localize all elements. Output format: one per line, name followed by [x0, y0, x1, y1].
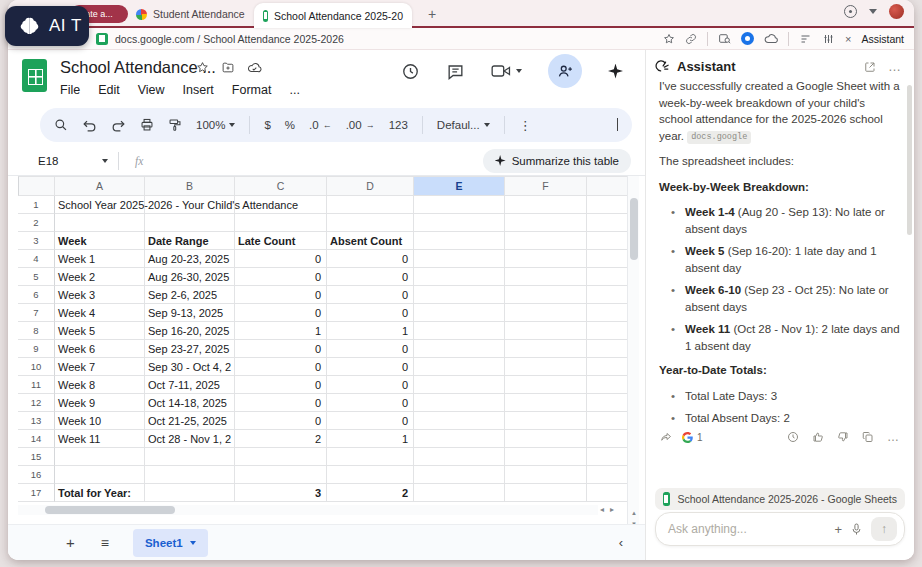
share-response-icon[interactable]: [660, 431, 673, 443]
sidebar-more-icon[interactable]: …: [888, 59, 902, 74]
row-header-4[interactable]: 4: [18, 250, 55, 268]
horizontal-scrollbar[interactable]: [18, 505, 598, 515]
collapse-panel-chevron[interactable]: ‹: [619, 535, 623, 550]
cell-E1[interactable]: [414, 196, 505, 214]
cell-F16[interactable]: [505, 466, 587, 484]
cell-C6[interactable]: 0: [235, 286, 327, 304]
row-header-10[interactable]: 10: [18, 358, 55, 376]
attach-plus-icon[interactable]: +: [834, 522, 842, 537]
search-icon[interactable]: [54, 118, 68, 132]
cell-F12[interactable]: [505, 394, 587, 412]
column-header-C[interactable]: C: [235, 176, 327, 196]
cell-B7[interactable]: Sep 9-13, 2025: [145, 304, 235, 322]
vertical-scroll-thumb[interactable]: [630, 198, 638, 260]
cell-E2[interactable]: [414, 214, 505, 232]
select-all-corner[interactable]: [18, 176, 55, 196]
row-header-12[interactable]: 12: [18, 394, 55, 412]
menu-view[interactable]: View: [138, 83, 165, 97]
google-sources-badge[interactable]: 1: [682, 432, 703, 443]
cell-F11[interactable]: [505, 376, 587, 394]
side-panel-tune-icon[interactable]: [822, 33, 835, 45]
cell-F5[interactable]: [505, 268, 587, 286]
column-header-E[interactable]: E: [414, 176, 505, 196]
menu-file[interactable]: File: [60, 83, 80, 97]
cell-F7[interactable]: [505, 304, 587, 322]
cell-F4[interactable]: [505, 250, 587, 268]
cell-C11[interactable]: 0: [235, 376, 327, 394]
cell-E10[interactable]: [414, 358, 505, 376]
new-tab-button[interactable]: +: [422, 4, 442, 24]
browser-settings-icon[interactable]: [844, 5, 857, 18]
column-header-D[interactable]: D: [327, 176, 414, 196]
reading-list-icon[interactable]: [799, 33, 812, 45]
cloud-download-icon[interactable]: [764, 33, 778, 45]
cell-F1[interactable]: [505, 196, 587, 214]
row-header-14[interactable]: 14: [18, 430, 55, 448]
cell-B17[interactable]: [145, 484, 235, 502]
cell-D9[interactable]: 0: [327, 340, 414, 358]
all-sheets-menu-icon[interactable]: ≡: [101, 535, 109, 551]
cell-B15[interactable]: [145, 448, 235, 466]
cell-D2[interactable]: [327, 214, 414, 232]
cell-E12[interactable]: [414, 394, 505, 412]
row-header-5[interactable]: 5: [18, 268, 55, 286]
horizontal-scroll-thumb[interactable]: [45, 506, 175, 514]
google-sheets-logo[interactable]: [22, 59, 47, 92]
cell-A10[interactable]: Week 7: [55, 358, 145, 376]
open-external-icon[interactable]: [864, 61, 876, 73]
tab-school-attendance[interactable]: School Attendance 2025-20: [254, 3, 412, 28]
row-header-16[interactable]: 16: [18, 466, 55, 484]
document-title[interactable]: School Attendance ...: [60, 58, 216, 77]
cell-E6[interactable]: [414, 286, 505, 304]
column-header-A[interactable]: A: [55, 176, 145, 196]
source-chip[interactable]: docs.google: [687, 131, 751, 144]
horizontal-scroll-arrows[interactable]: ◂▸: [600, 505, 614, 514]
print-icon[interactable]: [140, 118, 154, 132]
cell-F2[interactable]: [505, 214, 587, 232]
paint-format-icon[interactable]: [168, 118, 182, 132]
sheet-tab-caret[interactable]: [190, 541, 196, 545]
cell-C10[interactable]: 0: [235, 358, 327, 376]
summarize-table-button[interactable]: Summarize this table: [483, 149, 631, 173]
menu-insert[interactable]: Insert: [183, 83, 214, 97]
tab-search-icon[interactable]: [718, 32, 731, 45]
menu-format[interactable]: Format: [232, 83, 272, 97]
cell-B4[interactable]: Aug 20-23, 2025: [145, 250, 235, 268]
cell-A15[interactable]: [55, 448, 145, 466]
cell-B14[interactable]: Oct 28 - Nov 1, 2: [145, 430, 235, 448]
share-link-icon[interactable]: [685, 33, 697, 45]
row-header-15[interactable]: 15: [18, 448, 55, 466]
cell-B12[interactable]: Oct 14-18, 2025: [145, 394, 235, 412]
cell-D17[interactable]: 2: [327, 484, 414, 502]
percent-format-button[interactable]: %: [285, 119, 295, 131]
close-assistant-icon[interactable]: ×: [845, 33, 851, 45]
tab-student-attendance[interactable]: Student Attendance: [136, 4, 245, 24]
cell-A11[interactable]: Week 8: [55, 376, 145, 394]
gemini-spark-icon[interactable]: [608, 64, 623, 79]
profile-avatar[interactable]: [889, 4, 904, 19]
cell-D4[interactable]: 0: [327, 250, 414, 268]
name-box-caret[interactable]: [102, 159, 108, 163]
cell-F8[interactable]: [505, 322, 587, 340]
cell-E16[interactable]: [414, 466, 505, 484]
cell-D15[interactable]: [327, 448, 414, 466]
cell-A13[interactable]: Week 10: [55, 412, 145, 430]
comment-icon[interactable]: [446, 62, 465, 81]
cell-A12[interactable]: Week 9: [55, 394, 145, 412]
cell-D7[interactable]: 0: [327, 304, 414, 322]
cell-F10[interactable]: [505, 358, 587, 376]
move-folder-icon[interactable]: [221, 61, 235, 74]
row-header-8[interactable]: 8: [18, 322, 55, 340]
cell-F15[interactable]: [505, 448, 587, 466]
decrease-decimal-button[interactable]: .0←: [309, 119, 332, 131]
cell-F9[interactable]: [505, 340, 587, 358]
number-format-button[interactable]: 123: [389, 119, 408, 131]
style-select[interactable]: Defaul...: [437, 119, 490, 131]
cell-F13[interactable]: [505, 412, 587, 430]
cell-D13[interactable]: 0: [327, 412, 414, 430]
cell-A17[interactable]: Total for Year:: [55, 484, 145, 502]
cell-F14[interactable]: [505, 430, 587, 448]
row-header-17[interactable]: 17: [18, 484, 55, 502]
row-header-7[interactable]: 7: [18, 304, 55, 322]
cell-C9[interactable]: 0: [235, 340, 327, 358]
